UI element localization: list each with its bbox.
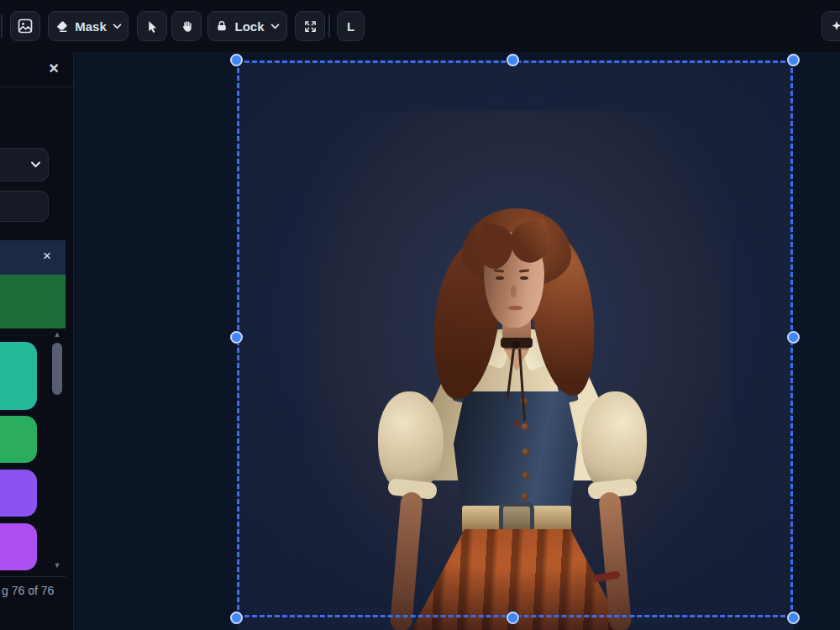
hand-icon bbox=[180, 19, 194, 34]
close-icon: × bbox=[43, 248, 51, 264]
selection-handle-bottom-middle[interactable] bbox=[507, 612, 519, 624]
select-tool-button[interactable] bbox=[137, 11, 167, 41]
action-label-line: pes) bbox=[0, 393, 37, 409]
toolbar-separator bbox=[1, 14, 3, 38]
action-label-line: t bbox=[0, 345, 37, 361]
action-button-replace-background[interactable]: lace kground bbox=[0, 416, 37, 463]
sidebar-divider bbox=[0, 576, 66, 577]
left-sidebar: × × t nove (Solid pes) lace kground erat… bbox=[0, 52, 74, 630]
action-label-line: kground bbox=[0, 444, 37, 459]
chevron-down-icon bbox=[113, 24, 122, 29]
action-label-line: o bbox=[0, 538, 37, 553]
selection-handle-bottom-left[interactable] bbox=[230, 612, 243, 624]
scrollbar-thumb[interactable] bbox=[52, 343, 62, 395]
lock-tool-button[interactable]: Lock bbox=[207, 11, 287, 41]
pan-tool-button[interactable] bbox=[171, 11, 202, 41]
image-tool-button[interactable] bbox=[10, 11, 40, 41]
sparkle-icon bbox=[831, 20, 840, 32]
expand-arrows-icon bbox=[303, 19, 318, 34]
scroll-up-icon[interactable]: ▲ bbox=[50, 329, 64, 339]
selection-handle-top-middle[interactable] bbox=[507, 54, 519, 66]
mask-tool-label: Mask bbox=[75, 19, 107, 34]
layer-button[interactable]: L bbox=[337, 11, 365, 41]
sidebar-input-box[interactable] bbox=[0, 191, 49, 222]
selection-handle-top-left[interactable] bbox=[230, 54, 243, 66]
toolbar-separator bbox=[328, 14, 330, 38]
selection-handle-bottom-right[interactable] bbox=[787, 612, 800, 624]
app-window: Mask Lock bbox=[0, 0, 840, 630]
action-button-enhance[interactable]: o ance bbox=[0, 523, 37, 570]
panel-header: × bbox=[0, 240, 66, 275]
selection-handle-middle-left[interactable] bbox=[230, 331, 243, 344]
chevron-down-icon bbox=[270, 24, 280, 29]
panel-preview-swatch bbox=[0, 275, 66, 328]
sidebar-divider bbox=[0, 87, 74, 87]
action-label-line: ance bbox=[0, 553, 37, 568]
mask-eraser-icon bbox=[55, 19, 69, 34]
sidebar-close-button[interactable]: × bbox=[44, 58, 64, 78]
cursor-icon bbox=[145, 19, 160, 34]
right-partial-button[interactable] bbox=[822, 11, 840, 41]
action-label-line: nove bbox=[0, 361, 37, 377]
panel-close-button[interactable]: × bbox=[39, 248, 55, 265]
layer-button-label: L bbox=[347, 19, 354, 34]
top-toolbar: Mask Lock bbox=[0, 0, 840, 52]
action-label-line: erative bbox=[0, 491, 37, 507]
mask-tool-button[interactable]: Mask bbox=[48, 11, 129, 41]
canvas[interactable] bbox=[74, 52, 840, 630]
image-icon bbox=[17, 18, 34, 34]
action-label-line: lace bbox=[0, 428, 37, 444]
sidebar-dropdown[interactable] bbox=[0, 148, 49, 181]
expand-tool-button[interactable] bbox=[295, 11, 325, 41]
action-button-generative[interactable]: erative bbox=[0, 470, 37, 517]
scroll-down-icon[interactable]: ▼ bbox=[50, 560, 64, 570]
action-label-line: (Solid bbox=[0, 377, 37, 393]
lock-tool-label: Lock bbox=[234, 19, 264, 34]
action-button-remove-solid-shapes[interactable]: t nove (Solid pes) bbox=[0, 342, 37, 410]
selection-handle-middle-right[interactable] bbox=[787, 331, 800, 344]
selection-box[interactable] bbox=[237, 60, 793, 617]
chevron-down-icon bbox=[30, 161, 41, 168]
results-count-text: g 76 of 76 bbox=[2, 584, 72, 597]
close-icon: × bbox=[49, 59, 59, 77]
selection-handle-top-right[interactable] bbox=[787, 54, 800, 66]
lock-icon bbox=[215, 19, 228, 33]
